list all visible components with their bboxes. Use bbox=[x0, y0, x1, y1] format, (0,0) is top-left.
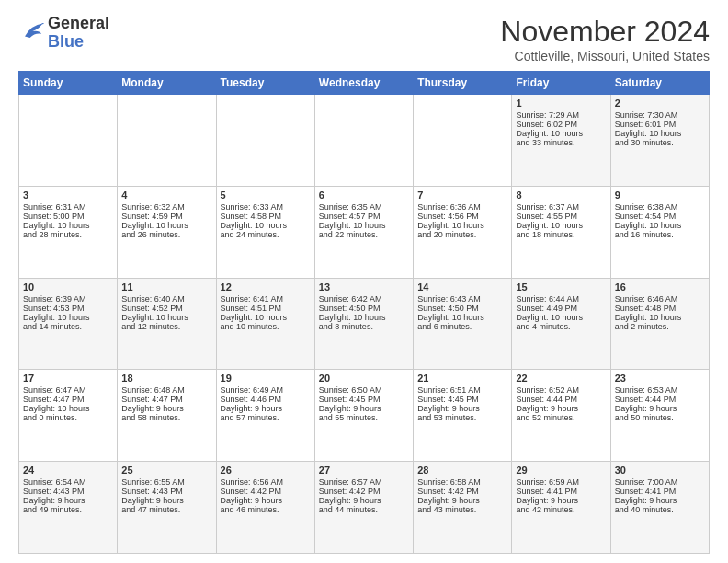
day-info: and 26 minutes. bbox=[121, 230, 211, 239]
day-info: Sunrise: 6:55 AM bbox=[121, 477, 211, 487]
calendar-cell: 22Sunrise: 6:52 AMSunset: 4:44 PMDayligh… bbox=[512, 370, 610, 462]
day-info: Sunset: 4:41 PM bbox=[615, 487, 705, 496]
day-info: Sunrise: 6:40 AM bbox=[121, 294, 211, 304]
location: Cottleville, Missouri, United States bbox=[500, 49, 710, 63]
day-number: 5 bbox=[221, 190, 311, 201]
day-info: Sunrise: 6:42 AM bbox=[319, 294, 409, 304]
calendar-cell: 8Sunrise: 6:37 AMSunset: 4:55 PMDaylight… bbox=[512, 186, 610, 278]
day-number: 8 bbox=[516, 190, 606, 201]
day-info: and 49 minutes. bbox=[23, 505, 113, 514]
day-info: Daylight: 10 hours bbox=[615, 129, 705, 138]
calendar-cell bbox=[19, 95, 118, 187]
day-info: and 47 minutes. bbox=[121, 505, 211, 514]
day-info: Daylight: 10 hours bbox=[417, 313, 507, 322]
calendar-day-header: Wednesday bbox=[314, 72, 413, 95]
day-info: Sunrise: 6:39 AM bbox=[23, 294, 113, 304]
day-number: 6 bbox=[319, 190, 409, 201]
day-info: Daylight: 9 hours bbox=[516, 404, 606, 413]
day-info: Sunrise: 6:32 AM bbox=[121, 202, 211, 212]
day-info: Daylight: 10 hours bbox=[319, 313, 409, 322]
day-info: Sunset: 4:47 PM bbox=[121, 395, 211, 404]
calendar-day-header: Friday bbox=[512, 72, 610, 95]
day-number: 22 bbox=[516, 373, 606, 384]
day-info: and 6 minutes. bbox=[417, 322, 507, 331]
calendar-cell: 18Sunrise: 6:48 AMSunset: 4:47 PMDayligh… bbox=[118, 370, 216, 462]
day-info: Sunset: 4:44 PM bbox=[615, 395, 705, 404]
day-info: Daylight: 9 hours bbox=[221, 404, 311, 413]
calendar-cell: 30Sunrise: 7:00 AMSunset: 4:41 PMDayligh… bbox=[610, 462, 709, 554]
day-number: 11 bbox=[121, 282, 211, 293]
day-info: Sunset: 4:48 PM bbox=[615, 304, 705, 313]
day-number: 14 bbox=[417, 282, 507, 293]
calendar-cell: 26Sunrise: 6:56 AMSunset: 4:42 PMDayligh… bbox=[216, 462, 314, 554]
day-info: and 28 minutes. bbox=[23, 230, 113, 239]
day-number: 21 bbox=[417, 373, 507, 384]
day-number: 23 bbox=[615, 373, 705, 384]
logo-blue: Blue bbox=[48, 32, 84, 51]
calendar-cell: 15Sunrise: 6:44 AMSunset: 4:49 PMDayligh… bbox=[512, 278, 610, 370]
calendar-cell: 13Sunrise: 6:42 AMSunset: 4:50 PMDayligh… bbox=[314, 278, 413, 370]
day-info: Sunset: 4:45 PM bbox=[417, 395, 507, 404]
day-number: 2 bbox=[615, 98, 705, 109]
day-info: Sunset: 4:41 PM bbox=[516, 487, 606, 496]
day-info: Sunset: 4:50 PM bbox=[417, 304, 507, 313]
calendar-table: SundayMondayTuesdayWednesdayThursdayFrid… bbox=[18, 71, 710, 554]
day-info: Sunset: 4:45 PM bbox=[319, 395, 409, 404]
day-number: 13 bbox=[319, 282, 409, 293]
day-info: Daylight: 9 hours bbox=[417, 496, 507, 505]
day-info: Daylight: 9 hours bbox=[319, 404, 409, 413]
calendar-week-row: 1Sunrise: 7:29 AMSunset: 6:02 PMDaylight… bbox=[19, 95, 710, 187]
day-number: 28 bbox=[417, 465, 507, 476]
day-info: Daylight: 10 hours bbox=[516, 129, 606, 138]
day-info: Sunrise: 6:47 AM bbox=[23, 385, 113, 395]
day-info: and 53 minutes. bbox=[417, 413, 507, 422]
calendar-week-row: 17Sunrise: 6:47 AMSunset: 4:47 PMDayligh… bbox=[19, 370, 710, 462]
calendar-cell: 17Sunrise: 6:47 AMSunset: 4:47 PMDayligh… bbox=[19, 370, 118, 462]
calendar-cell: 28Sunrise: 6:58 AMSunset: 4:42 PMDayligh… bbox=[414, 462, 512, 554]
calendar-cell: 12Sunrise: 6:41 AMSunset: 4:51 PMDayligh… bbox=[216, 278, 314, 370]
day-number: 20 bbox=[319, 373, 409, 384]
calendar-day-header: Thursday bbox=[414, 72, 512, 95]
day-info: Daylight: 9 hours bbox=[23, 496, 113, 505]
calendar-cell: 19Sunrise: 6:49 AMSunset: 4:46 PMDayligh… bbox=[216, 370, 314, 462]
day-info: Sunrise: 6:53 AM bbox=[615, 385, 705, 395]
calendar-cell bbox=[118, 95, 216, 187]
day-info: and 18 minutes. bbox=[516, 230, 606, 239]
day-info: Sunset: 4:42 PM bbox=[221, 487, 311, 496]
day-info: Sunset: 4:42 PM bbox=[417, 487, 507, 496]
day-info: Daylight: 10 hours bbox=[221, 221, 311, 230]
day-info: Sunset: 4:57 PM bbox=[319, 212, 409, 221]
day-info: Sunrise: 6:46 AM bbox=[615, 294, 705, 304]
day-info: Sunrise: 6:41 AM bbox=[221, 294, 311, 304]
page: General Blue November 2024 Cottleville, … bbox=[0, 0, 728, 563]
day-info: Daylight: 10 hours bbox=[121, 221, 211, 230]
day-info: Sunrise: 6:33 AM bbox=[221, 202, 311, 212]
day-number: 29 bbox=[516, 465, 606, 476]
day-info: Sunset: 4:55 PM bbox=[516, 212, 606, 221]
day-info: Daylight: 10 hours bbox=[516, 221, 606, 230]
day-info: Sunrise: 6:52 AM bbox=[516, 385, 606, 395]
day-number: 18 bbox=[121, 373, 211, 384]
calendar-cell: 29Sunrise: 6:59 AMSunset: 4:41 PMDayligh… bbox=[512, 462, 610, 554]
day-info: Sunrise: 6:37 AM bbox=[516, 202, 606, 212]
day-info: Sunset: 4:50 PM bbox=[319, 304, 409, 313]
day-info: Daylight: 9 hours bbox=[121, 404, 211, 413]
day-info: Sunset: 4:43 PM bbox=[23, 487, 113, 496]
day-info: Sunset: 4:46 PM bbox=[221, 395, 311, 404]
calendar-cell: 5Sunrise: 6:33 AMSunset: 4:58 PMDaylight… bbox=[216, 186, 314, 278]
day-info: Daylight: 10 hours bbox=[121, 313, 211, 322]
calendar-cell: 4Sunrise: 6:32 AMSunset: 4:59 PMDaylight… bbox=[118, 186, 216, 278]
calendar-day-header: Monday bbox=[118, 72, 216, 95]
day-info: Sunset: 4:52 PM bbox=[121, 304, 211, 313]
day-info: Sunrise: 7:00 AM bbox=[615, 477, 705, 487]
day-info: Sunrise: 6:35 AM bbox=[319, 202, 409, 212]
day-info: Sunrise: 6:54 AM bbox=[23, 477, 113, 487]
day-info: Sunrise: 6:48 AM bbox=[121, 385, 211, 395]
day-info: Sunset: 4:56 PM bbox=[417, 212, 507, 221]
day-number: 3 bbox=[23, 190, 113, 201]
day-info: Sunrise: 6:59 AM bbox=[516, 477, 606, 487]
day-info: Daylight: 10 hours bbox=[221, 313, 311, 322]
day-number: 25 bbox=[121, 465, 211, 476]
day-info: and 24 minutes. bbox=[221, 230, 311, 239]
calendar-week-row: 10Sunrise: 6:39 AMSunset: 4:53 PMDayligh… bbox=[19, 278, 710, 370]
